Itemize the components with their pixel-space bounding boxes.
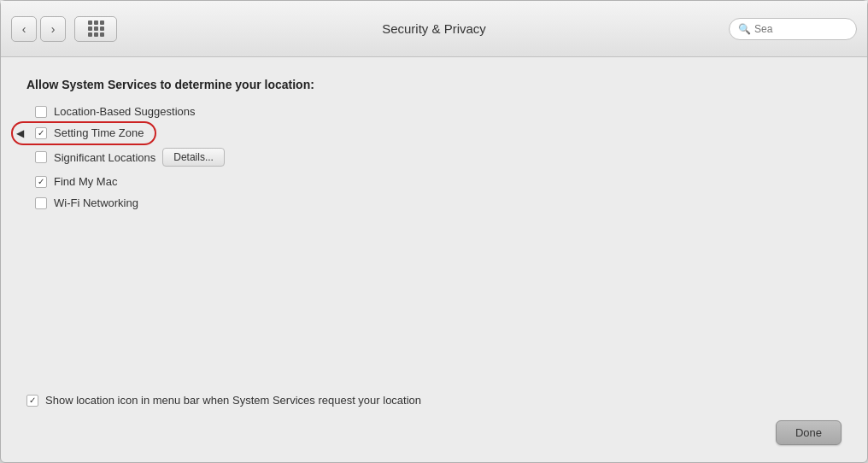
wifi-networking-label: Wi-Fi Networking: [54, 196, 138, 209]
show-location-label: Show location icon in menu bar when Syst…: [45, 394, 421, 407]
location-suggestions-checkbox[interactable]: [35, 106, 47, 118]
show-location-row: ✓ Show location icon in menu bar when Sy…: [26, 394, 842, 407]
bottom-section: ✓ Show location icon in menu bar when Sy…: [26, 394, 842, 445]
search-input[interactable]: [754, 23, 847, 35]
grid-button[interactable]: [74, 16, 117, 42]
content-area: Allow System Services to determine your …: [1, 57, 867, 462]
location-suggestions-label: Location-Based Suggestions: [54, 105, 196, 118]
wifi-networking-checkbox[interactable]: [35, 197, 47, 209]
find-my-mac-label: Find My Mac: [54, 175, 117, 188]
divider: [26, 209, 842, 394]
list-item: Wi-Fi Networking: [35, 196, 842, 209]
back-button[interactable]: ‹: [11, 16, 37, 42]
location-arrow-icon: ◀: [16, 127, 24, 139]
show-location-checkbox[interactable]: ✓: [26, 395, 38, 407]
done-button[interactable]: Done: [776, 420, 842, 445]
significant-locations-checkbox[interactable]: [35, 151, 47, 163]
list-item: ◀ ✓ Setting Time Zone: [35, 126, 842, 139]
checkmark-icon: ✓: [38, 129, 44, 138]
search-icon: 🔍: [738, 23, 751, 35]
forward-icon: ›: [51, 22, 56, 36]
significant-locations-label: Significant Locations: [54, 151, 155, 164]
checkmark-icon: ✓: [38, 178, 44, 186]
options-list: Location-Based Suggestions ◀ ✓ Setting T…: [35, 105, 842, 209]
forward-button[interactable]: ›: [40, 16, 66, 42]
toolbar: ‹ › Security & Privacy 🔍: [1, 1, 867, 57]
nav-buttons: ‹ ›: [11, 16, 66, 42]
setting-time-zone-checkbox[interactable]: ✓: [35, 127, 47, 139]
list-item: Significant Locations Details...: [35, 148, 842, 167]
search-box[interactable]: 🔍: [729, 18, 857, 40]
bottom-actions: Done: [26, 420, 842, 445]
back-icon: ‹: [22, 22, 26, 36]
window-title: Security & Privacy: [382, 21, 486, 36]
details-button[interactable]: Details...: [162, 148, 225, 167]
list-item: ✓ Find My Mac: [35, 175, 842, 188]
section-title: Allow System Services to determine your …: [26, 78, 842, 91]
checkmark-icon: ✓: [29, 396, 36, 405]
find-my-mac-checkbox[interactable]: ✓: [35, 176, 47, 188]
grid-icon: [88, 21, 104, 37]
window: ‹ › Security & Privacy 🔍 Allow System Se…: [0, 0, 868, 463]
setting-time-zone-label: Setting Time Zone: [54, 126, 144, 139]
list-item: Location-Based Suggestions: [35, 105, 842, 118]
